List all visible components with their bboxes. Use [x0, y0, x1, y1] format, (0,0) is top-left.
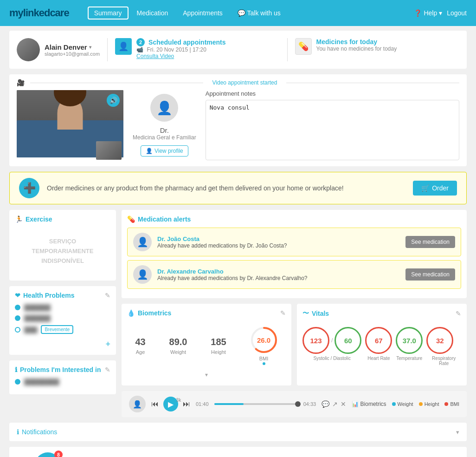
video-divider-left: [30, 83, 203, 83]
player-extra-icons: 💬 ↗ ✕: [322, 400, 346, 408]
age-label: Age: [135, 349, 145, 355]
player-progress: 3k: [214, 403, 298, 405]
doctor-name-2: Dr. Alexandre Carvalho: [157, 268, 400, 275]
see-medication-button-1[interactable]: See medication: [405, 236, 455, 248]
nav-appointments[interactable]: Appointments: [176, 7, 229, 20]
progress-bar[interactable]: [214, 403, 298, 405]
chevron-down-icon[interactable]: ▾: [89, 45, 91, 50]
health-problems-header: ❤ Health Problems ✎: [15, 292, 110, 299]
add-problem-button[interactable]: +: [15, 338, 110, 349]
appointments-badge: 2: [136, 38, 145, 46]
notifications-bar[interactable]: ℹ Notifications ▾: [9, 423, 467, 441]
problems-interested-edit-icon[interactable]: ✎: [105, 366, 110, 373]
progress-dot: [295, 401, 301, 407]
height-value: 185 Height: [211, 337, 226, 355]
bmi-value: 26.0 BMI: [250, 326, 278, 365]
medicines-block: 💊 Medicines for today You have no medici…: [295, 38, 459, 55]
interested-item: ▓▓▓▓▓▓▓▓: [15, 378, 110, 385]
see-medication-button-2[interactable]: See medication: [405, 268, 455, 281]
height-number: 185: [211, 337, 226, 347]
chart-icon: 📊: [352, 401, 359, 407]
problem-dot: [15, 305, 20, 310]
total-time: 04:33: [303, 401, 316, 407]
position-label: 3k: [176, 398, 181, 403]
mic-button[interactable]: 🔊: [107, 94, 120, 107]
health-problems-edit-icon[interactable]: ✎: [105, 292, 110, 299]
doctor-title: Dr.: [160, 126, 169, 134]
biometrics-edit-icon[interactable]: ✎: [280, 309, 286, 317]
respiratory-label: Respiratory Rate: [426, 356, 461, 366]
main-grid: 🏃 Exercise SERVIÇO TEMPORARIAMENTE INDIS…: [9, 210, 467, 417]
systolic-diastolic: 123 / 60 Systolic / Diastolic: [302, 327, 361, 361]
notes-textarea[interactable]: Nova consul: [206, 100, 459, 160]
vitals-edit-icon[interactable]: ✎: [456, 310, 461, 317]
problem-dot: [15, 315, 20, 321]
heart-rate-label: Heart Rate: [365, 356, 392, 361]
info-icon: ℹ: [15, 366, 17, 373]
help-menu[interactable]: ❓ Help ▾: [414, 9, 442, 17]
carousel-item-doctor[interactable]: 👤 8 Dr. João Costa: [31, 452, 65, 457]
video-body: 🔊 👤 Dr. Medicina Geral e Familiar 👤 View…: [17, 90, 459, 162]
doctor-carousel-avatar: 👤 8: [35, 452, 61, 457]
notifications-section: ℹ Notifications ▾: [9, 423, 467, 441]
consulta-video-link[interactable]: Consulta Video: [136, 53, 225, 59]
rewind-button[interactable]: ⏮: [151, 400, 159, 408]
main-nav: Summary Medication Appointments 💬 Talk w…: [88, 7, 414, 20]
scroll-indicator: ▾: [127, 370, 286, 380]
chat-icon: 💬: [238, 9, 245, 17]
problems-interested-panel: ℹ Problems I'm Interested in ✎ ▓▓▓▓▓▓▓▓: [9, 360, 116, 394]
nav-summary[interactable]: Summary: [88, 7, 129, 20]
avatar: [17, 38, 40, 61]
heart-icon: ❤: [15, 292, 20, 299]
problems-interested-header: ℹ Problems I'm Interested in ✎: [15, 366, 110, 373]
logout-button[interactable]: Logout: [447, 9, 467, 17]
problem-text: ▓▓▓▓▓▓: [24, 314, 51, 321]
health-problems-title: ❤ Health Problems: [15, 292, 74, 299]
progress-bar-fill: [214, 403, 244, 405]
legend-weight: Weight: [392, 401, 413, 407]
fast-forward-button[interactable]: ⏭: [183, 400, 190, 408]
carousel-section: ‹ 👤 8 Dr. João Costa ›: [9, 447, 467, 457]
nav-medication[interactable]: Medication: [130, 7, 175, 20]
chart-legend: Weight Height BMI: [392, 401, 459, 407]
problem-text: ▓▓▓▓▓▓: [24, 304, 51, 311]
logo: mylinkedcare: [9, 7, 69, 19]
biometrics-title: 💧 Biometrics: [127, 309, 171, 317]
problems-interested-title: ℹ Problems I'm Interested in: [15, 366, 101, 373]
share-icon: ↗: [332, 400, 338, 408]
appointments-details: 2 Scheduled appointments 📹 Fri. 20 Nov 2…: [136, 38, 225, 59]
doctor-name-1: Dr. João Costa: [157, 235, 400, 242]
video-feed: 🔊: [17, 90, 123, 162]
interested-dot: [15, 379, 20, 385]
help-icon: ❓: [414, 9, 422, 17]
problem-item-with-badge: ▓▓▓ Brevemente: [15, 325, 110, 334]
medicines-details: Medicines for today You have no medicine…: [316, 38, 397, 52]
weight-number: 89.0: [169, 337, 187, 347]
user-name: Alain Denver ▾: [45, 43, 100, 51]
exercise-panel-header: 🏃 Exercise: [15, 215, 110, 223]
problem-item: ▓▓▓▓▓▓: [15, 314, 110, 321]
view-profile-button[interactable]: 👤 View profile: [141, 145, 188, 157]
exercise-title: 🏃 Exercise: [15, 215, 52, 223]
heart-rate-gauge: 67: [365, 327, 392, 354]
appointments-icon: 👤: [115, 38, 132, 55]
player-label: 📊 Biometrics: [352, 401, 386, 407]
bmi-label: BMI: [250, 356, 278, 361]
scroll-down-icon[interactable]: ▾: [205, 372, 208, 378]
nav-talk[interactable]: 💬 Talk with us: [231, 7, 287, 20]
legend-height: Height: [419, 401, 439, 407]
systolic-diastolic-label: Systolic / Diastolic: [302, 356, 361, 361]
order-button[interactable]: 🛒 Order: [413, 181, 457, 196]
video-camera-icon: 🎥: [17, 79, 25, 86]
biometrics-vitals-section: 💧 Biometrics ✎ 43 Age 89.0 Weight: [122, 304, 467, 385]
close-icon: ✕: [341, 400, 346, 408]
legend-bmi: BMI: [444, 401, 459, 407]
exercise-service-unavailable: SERVIÇO TEMPORARIAMENTE INDISPONÍVEL: [15, 228, 110, 275]
heart-rate-vital: 67 Heart Rate: [365, 327, 392, 361]
problem-dot: [15, 327, 20, 333]
appointments-title: Scheduled appointments: [148, 39, 225, 46]
bmi-gauge: 26.0: [250, 326, 278, 354]
problem-text: ▓▓▓: [24, 326, 37, 333]
chevron-down-icon: ▾: [439, 9, 442, 17]
appointment-notes: Appointment notes Nova consul: [206, 90, 459, 162]
